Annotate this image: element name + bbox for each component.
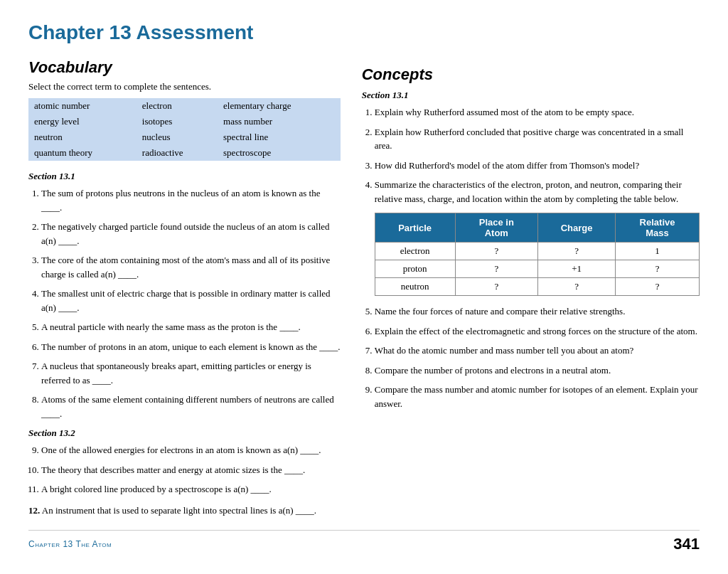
- vocab-term: atomic number: [28, 98, 136, 114]
- particle-table-cell: ?: [616, 278, 700, 296]
- vocab-question-item: The negatively charged particle found ou…: [41, 220, 341, 248]
- concepts-question-item: Explain the effect of the electromagneti…: [375, 324, 700, 339]
- vocab-questions-list: The sum of protons plus neutrons in the …: [41, 186, 341, 420]
- particle-table-cell: ?: [538, 243, 616, 260]
- particle-table-cell: neutron: [375, 278, 455, 296]
- particle-table-cell: ?: [538, 278, 616, 296]
- concepts-question-item: Compare the number of protons and electr…: [375, 363, 700, 378]
- footer-chapter-label: Chapter 13 The Atom: [28, 539, 112, 549]
- concepts-question-item: Summarize the characteristics of the ele…: [375, 178, 700, 206]
- vocabulary-heading: Vocabulary: [28, 58, 341, 77]
- vocab-question-item: The core of the atom containing most of …: [41, 253, 341, 281]
- particle-table-cell: ?: [455, 243, 538, 260]
- particle-table-cell: ?: [455, 278, 538, 296]
- particle-table-header: Place inAtom: [455, 213, 538, 243]
- particle-table-cell: ?: [455, 260, 538, 278]
- concepts-heading: Concepts: [362, 65, 700, 84]
- particle-table-cell: electron: [375, 243, 455, 260]
- vocab-term: mass number: [218, 114, 341, 129]
- concepts-question-item: Explain why Rutherford assumed most of t…: [375, 105, 700, 119]
- particle-table-header: Particle: [375, 213, 455, 243]
- vocab-term: nucleus: [136, 129, 218, 145]
- vocab-term: quantum theory: [28, 145, 136, 161]
- vocab-term: spectroscope: [218, 145, 341, 161]
- particle-table: ParticlePlace inAtomChargeRelativeMassel…: [375, 213, 700, 296]
- vocab-term: spectral line: [218, 129, 341, 145]
- particle-table-cell: ?: [616, 260, 700, 278]
- concepts-question-item: Explain how Rutherford concluded that po…: [375, 125, 700, 153]
- vocab-term: energy level: [28, 114, 136, 129]
- vocab-term: neutron: [28, 129, 136, 145]
- concepts-question-item: How did Rutherford's model of the atom d…: [375, 159, 700, 173]
- vocabulary-instruction: Select the correct term to complete the …: [28, 81, 341, 92]
- left-column: Vocabulary Select the correct term to co…: [28, 58, 341, 517]
- vocab-term: radioactive: [136, 145, 218, 161]
- particle-table-cell: +1: [538, 260, 616, 278]
- vocab-question-item: The smallest unit of electric charge tha…: [41, 287, 341, 314]
- vocab-term: elementary charge: [218, 98, 341, 114]
- vocab-question-item: Atoms of the same element containing dif…: [41, 393, 341, 420]
- vocab-question-item: A neutral particle with nearly the same …: [41, 320, 341, 334]
- particle-table-cell: 1: [616, 243, 700, 260]
- footer: Chapter 13 The Atom 341: [28, 530, 700, 553]
- extra-question: 12. An instrument that is used to separa…: [28, 504, 341, 518]
- vocab-question-item: A bright colored line produced by a spec…: [41, 482, 341, 496]
- chapter-title: Chapter 13 Assessment: [28, 21, 700, 44]
- vocab-question-item: One of the allowed energies for electron…: [41, 443, 341, 457]
- vocab-term: isotopes: [136, 114, 218, 129]
- vocab-question-item: A nucleus that spontaneously breaks apar…: [41, 359, 341, 387]
- particle-table-cell: proton: [375, 260, 455, 278]
- concepts-question-item: Compare the mass number and atomic numbe…: [375, 383, 700, 410]
- particle-table-header: RelativeMass: [616, 213, 700, 243]
- footer-page-number: 341: [673, 535, 700, 553]
- vocab-section-label: Section 13.2: [28, 427, 341, 439]
- vocabulary-table: atomic numberelectronelementary chargeen…: [28, 98, 341, 161]
- vocab-questions-list: One of the allowed energies for electron…: [41, 443, 341, 496]
- right-column: Concepts Section 13.1 Explain why Ruther…: [362, 58, 700, 517]
- concepts-section-label: Section 13.1: [362, 90, 700, 101]
- concepts-question-item: Name the four forces of nature and compa…: [375, 304, 700, 319]
- vocab-question-item: The sum of protons plus neutrons in the …: [41, 186, 341, 214]
- concepts-question-item: What do the atomic number and mass numbe…: [375, 344, 700, 358]
- vocab-term: electron: [136, 98, 218, 114]
- concepts-questions: Explain why Rutherford assumed most of t…: [375, 105, 700, 410]
- vocab-section-label: Section 13.1: [28, 171, 341, 182]
- particle-table-header: Charge: [538, 213, 616, 243]
- vocab-question-item: The theory that describes matter and ene…: [41, 463, 341, 477]
- vocab-question-item: The number of protons in an atom, unique…: [41, 340, 341, 354]
